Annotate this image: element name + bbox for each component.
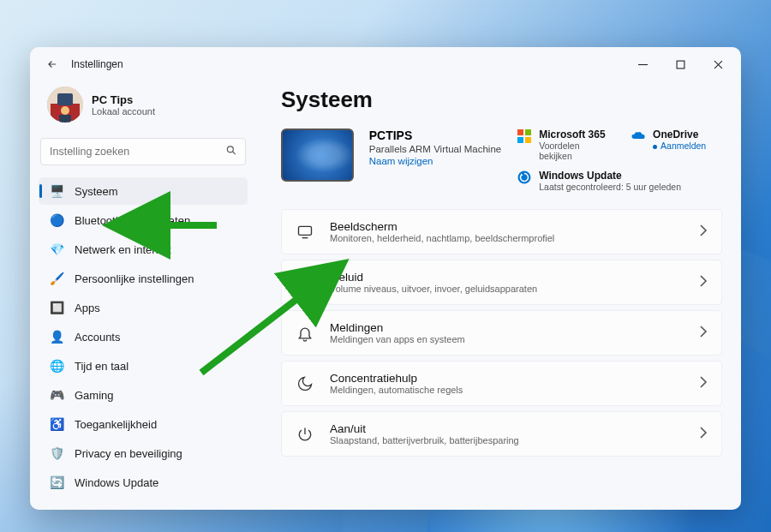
sidebar-item-persoonlijke-instellingen[interactable]: 🖌️Persoonlijke instellingen bbox=[39, 265, 248, 292]
profile-name: PC Tips bbox=[92, 93, 155, 106]
search-box[interactable] bbox=[40, 138, 246, 165]
sidebar-item-label: Gaming bbox=[75, 389, 114, 402]
windows-update-tile[interactable]: Windows Update Laatst gecontroleerd: 5 u… bbox=[517, 170, 722, 192]
maximize-button[interactable] bbox=[674, 58, 686, 70]
svg-rect-12 bbox=[299, 226, 312, 235]
card-title: Aan/uit bbox=[330, 422, 519, 435]
setting-card-aan-uit[interactable]: Aan/uitSlaapstand, batterijverbruik, bat… bbox=[281, 411, 722, 457]
m365-sub: Voordelen bekijken bbox=[539, 140, 608, 161]
search-icon bbox=[225, 145, 237, 159]
microsoft365-tile[interactable]: Microsoft 365 Voordelen bekijken bbox=[517, 129, 608, 161]
display-icon: 🖥️ bbox=[49, 184, 64, 198]
sidebar-item-bluetooth-en-apparaten[interactable]: 🔵Bluetooth en apparaten bbox=[39, 206, 248, 234]
onedrive-title: OneDrive bbox=[653, 129, 706, 140]
page-heading: Systeem bbox=[281, 87, 722, 113]
sound-icon bbox=[296, 274, 314, 291]
chevron-right-icon bbox=[699, 427, 708, 441]
update-icon: 🔄 bbox=[49, 475, 64, 489]
focus-icon bbox=[296, 375, 314, 392]
sidebar-item-accounts[interactable]: 👤Accounts bbox=[39, 323, 248, 350]
wu-title: Windows Update bbox=[539, 170, 681, 182]
sidebar-item-apps[interactable]: 🔲Apps bbox=[39, 294, 248, 321]
chevron-right-icon bbox=[699, 224, 708, 239]
card-title: Meldingen bbox=[330, 321, 465, 334]
sidebar-item-label: Toegankelijkheid bbox=[75, 418, 157, 431]
main-content: Systeem PCTIPS Parallels ARM Virtual Mac… bbox=[257, 81, 741, 510]
svg-point-9 bbox=[227, 146, 233, 152]
avatar bbox=[47, 87, 83, 123]
setting-card-concentratiehulp[interactable]: ConcentratiehulpMeldingen, automatische … bbox=[281, 361, 722, 406]
monitor-icon bbox=[296, 224, 314, 241]
sidebar-item-label: Systeem bbox=[75, 185, 118, 198]
sidebar-item-label: Accounts bbox=[75, 331, 120, 344]
svg-rect-8 bbox=[59, 115, 71, 123]
card-desc: Monitoren, helderheid, nachtlamp, beelds… bbox=[330, 233, 554, 243]
network-icon: 💎 bbox=[49, 242, 64, 256]
apps-icon: 🔲 bbox=[49, 301, 64, 314]
sidebar: PC Tips Lokaal account 🖥️Systeem🔵Bluetoo… bbox=[30, 81, 257, 510]
time-icon: 🌐 bbox=[49, 359, 64, 373]
card-desc: Meldingen van apps en systeem bbox=[330, 334, 465, 344]
microsoft-logo-icon bbox=[517, 129, 532, 144]
privacy-icon: 🛡️ bbox=[49, 446, 64, 460]
sidebar-item-netwerk-en-internet[interactable]: 💎Netwerk en internet bbox=[39, 236, 248, 263]
sidebar-item-label: Privacy en beveiliging bbox=[75, 447, 182, 460]
sidebar-item-label: Persoonlijke instellingen bbox=[75, 272, 194, 285]
wu-sub: Laatst gecontroleerd: 5 uur geleden bbox=[539, 182, 681, 192]
system-summary: PCTIPS Parallels ARM Virtual Machine Naa… bbox=[281, 129, 722, 192]
minimize-button[interactable] bbox=[637, 58, 648, 70]
close-button[interactable] bbox=[712, 58, 724, 70]
setting-card-geluid[interactable]: GeluidVolume niveaus, uitvoer, invoer, g… bbox=[281, 260, 722, 305]
sidebar-item-label: Netwerk en internet bbox=[75, 243, 171, 256]
personalize-icon: 🖌️ bbox=[49, 272, 64, 285]
card-desc: Slaapstand, batterijverbruik, batterijbe… bbox=[330, 435, 519, 445]
sidebar-item-label: Tijd en taal bbox=[75, 360, 128, 373]
svg-point-7 bbox=[61, 106, 69, 115]
titlebar: Instellingen bbox=[30, 47, 741, 81]
chevron-right-icon bbox=[699, 376, 708, 391]
card-desc: Meldingen, automatische regels bbox=[330, 385, 463, 395]
profile-account-type: Lokaal account bbox=[92, 106, 155, 117]
search-input[interactable] bbox=[40, 138, 246, 165]
onedrive-icon bbox=[631, 129, 646, 144]
accessibility-icon: ♿ bbox=[49, 417, 64, 431]
setting-card-beeldscherm[interactable]: BeeldschermMonitoren, helderheid, nachtl… bbox=[281, 209, 722, 254]
update-status-icon bbox=[517, 170, 532, 185]
power-icon bbox=[296, 426, 314, 443]
setting-card-meldingen[interactable]: MeldingenMeldingen van apps en systeem bbox=[281, 310, 722, 356]
settings-window: Instellingen PC Tips Lokaal account bbox=[30, 47, 741, 510]
desktop-thumbnail[interactable] bbox=[281, 129, 354, 182]
accounts-icon: 👤 bbox=[49, 330, 64, 344]
sidebar-item-systeem[interactable]: 🖥️Systeem bbox=[39, 177, 248, 205]
sidebar-item-windows-update[interactable]: 🔄Windows Update bbox=[39, 469, 248, 496]
chevron-right-icon bbox=[699, 326, 708, 340]
card-title: Concentratiehulp bbox=[330, 372, 463, 385]
sidebar-item-label: Bluetooth en apparaten bbox=[75, 214, 190, 227]
profile-block[interactable]: PC Tips Lokaal account bbox=[39, 81, 248, 134]
m365-title: Microsoft 365 bbox=[539, 129, 608, 140]
gaming-icon: 🎮 bbox=[49, 388, 64, 402]
sidebar-item-label: Windows Update bbox=[75, 476, 158, 489]
svg-rect-1 bbox=[677, 61, 684, 69]
svg-line-10 bbox=[232, 152, 235, 154]
sidebar-item-tijd-en-taal[interactable]: 🌐Tijd en taal bbox=[39, 352, 248, 380]
card-title: Beeldscherm bbox=[330, 220, 554, 233]
bluetooth-icon: 🔵 bbox=[49, 213, 64, 227]
back-button[interactable] bbox=[40, 52, 64, 76]
chevron-right-icon bbox=[699, 275, 708, 290]
sidebar-item-gaming[interactable]: 🎮Gaming bbox=[39, 381, 248, 409]
sidebar-item-toegankelijkheid[interactable]: ♿Toegankelijkheid bbox=[39, 410, 248, 438]
sidebar-item-label: Apps bbox=[75, 302, 100, 314]
sidebar-item-privacy-en-beveiliging[interactable]: 🛡️Privacy en beveiliging bbox=[39, 439, 248, 467]
card-title: Geluid bbox=[330, 271, 537, 284]
notifications-icon bbox=[296, 325, 314, 342]
onedrive-tile[interactable]: OneDrive Aanmelden bbox=[631, 129, 722, 161]
onedrive-sub[interactable]: Aanmelden bbox=[653, 140, 706, 151]
rename-link[interactable]: Naam wijzigen bbox=[369, 156, 501, 166]
pc-name: PCTIPS bbox=[369, 129, 501, 142]
svg-rect-6 bbox=[57, 93, 73, 105]
pc-model: Parallels ARM Virtual Machine bbox=[369, 144, 501, 154]
card-desc: Volume niveaus, uitvoer, invoer, geluids… bbox=[330, 284, 537, 294]
window-title: Instellingen bbox=[71, 58, 123, 70]
